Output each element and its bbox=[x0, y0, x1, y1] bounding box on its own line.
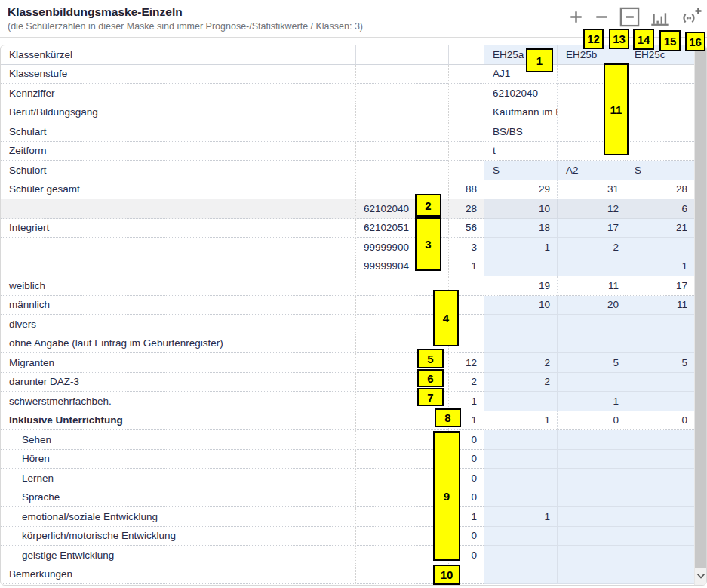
class-cell[interactable]: 29 bbox=[484, 180, 557, 200]
total-cell[interactable]: 56 bbox=[448, 219, 484, 239]
class-cell[interactable] bbox=[557, 103, 626, 123]
class-cell[interactable] bbox=[626, 315, 694, 334]
code-cell[interactable] bbox=[355, 276, 448, 296]
class-cell[interactable] bbox=[626, 65, 694, 85]
total-cell[interactable] bbox=[448, 315, 484, 334]
code-cell[interactable] bbox=[355, 565, 448, 585]
class-cell[interactable] bbox=[557, 507, 626, 527]
scrollbar-thumb[interactable] bbox=[695, 45, 706, 568]
code-cell[interactable] bbox=[355, 142, 448, 162]
class-cell[interactable] bbox=[557, 84, 626, 103]
class-cell[interactable] bbox=[484, 469, 557, 488]
class-cell[interactable]: 1 bbox=[484, 507, 557, 527]
class-cell[interactable] bbox=[626, 142, 694, 162]
code-cell[interactable] bbox=[355, 450, 448, 469]
code-cell[interactable] bbox=[355, 411, 448, 431]
code-cell[interactable]: 62102051 bbox=[355, 219, 448, 239]
class-cell[interactable]: 1 bbox=[484, 411, 557, 431]
class-cell[interactable] bbox=[484, 450, 557, 469]
total-cell[interactable] bbox=[448, 296, 484, 316]
class-cell[interactable]: 6 bbox=[626, 199, 694, 219]
total-cell[interactable]: 88 bbox=[448, 180, 484, 200]
total-cell[interactable]: 1 bbox=[448, 411, 484, 431]
total-cell[interactable]: 2 bbox=[448, 373, 484, 393]
class-cell[interactable]: 11 bbox=[557, 276, 626, 296]
class-cell[interactable] bbox=[557, 373, 626, 393]
class-cell[interactable] bbox=[557, 65, 626, 85]
class-cell[interactable] bbox=[626, 469, 694, 488]
scroll-down-button[interactable] bbox=[695, 568, 706, 585]
class-cell[interactable]: EH25a bbox=[484, 45, 557, 65]
code-cell[interactable] bbox=[355, 103, 448, 123]
class-cell[interactable] bbox=[557, 430, 626, 450]
class-cell[interactable] bbox=[484, 315, 557, 334]
class-cell[interactable] bbox=[626, 373, 694, 393]
remove-button[interactable] bbox=[592, 7, 612, 29]
class-cell[interactable]: 5 bbox=[626, 353, 694, 373]
code-cell[interactable] bbox=[355, 45, 448, 65]
class-cell[interactable] bbox=[557, 527, 626, 546]
code-cell[interactable] bbox=[355, 180, 448, 200]
class-cell[interactable]: 21 bbox=[626, 219, 694, 239]
class-cell[interactable] bbox=[626, 430, 694, 450]
class-cell[interactable] bbox=[626, 122, 694, 142]
class-cell[interactable]: S bbox=[626, 161, 694, 180]
code-cell[interactable] bbox=[355, 334, 448, 354]
class-cell[interactable] bbox=[626, 450, 694, 469]
class-cell[interactable] bbox=[626, 334, 694, 354]
code-cell[interactable] bbox=[355, 373, 448, 393]
total-cell[interactable]: 3 bbox=[448, 238, 484, 257]
code-cell[interactable] bbox=[355, 392, 448, 411]
total-cell[interactable] bbox=[448, 276, 484, 296]
code-cell[interactable] bbox=[355, 488, 448, 508]
class-cell[interactable]: 17 bbox=[626, 276, 694, 296]
class-cell[interactable] bbox=[484, 257, 557, 277]
class-cell[interactable]: 2 bbox=[484, 373, 557, 393]
class-cell[interactable] bbox=[557, 469, 626, 488]
code-cell[interactable]: 62102040 bbox=[355, 199, 448, 219]
class-cell[interactable] bbox=[484, 392, 557, 411]
class-cell[interactable]: AJ1 bbox=[484, 65, 557, 85]
class-cell[interactable]: 2 bbox=[484, 353, 557, 373]
class-cell[interactable]: 19 bbox=[484, 276, 557, 296]
class-cell[interactable] bbox=[557, 122, 626, 142]
total-cell[interactable]: 28 bbox=[448, 199, 484, 219]
total-cell[interactable] bbox=[448, 45, 484, 65]
total-cell[interactable]: 0 bbox=[448, 546, 484, 565]
code-cell[interactable] bbox=[355, 353, 448, 373]
class-cell[interactable]: 5 bbox=[557, 353, 626, 373]
total-cell[interactable]: 0 bbox=[448, 527, 484, 546]
total-cell[interactable]: 0 bbox=[448, 469, 484, 488]
total-cell[interactable] bbox=[448, 565, 484, 585]
total-cell[interactable] bbox=[448, 161, 484, 180]
class-cell[interactable] bbox=[484, 527, 557, 546]
class-cell[interactable] bbox=[626, 103, 694, 123]
total-cell[interactable] bbox=[448, 334, 484, 354]
class-cell[interactable] bbox=[557, 488, 626, 508]
total-cell[interactable]: 1 bbox=[448, 257, 484, 277]
class-cell[interactable]: 20 bbox=[557, 296, 626, 316]
code-cell[interactable] bbox=[355, 122, 448, 142]
class-cell[interactable]: EH25c bbox=[626, 45, 694, 65]
class-cell[interactable] bbox=[557, 546, 626, 565]
total-cell[interactable] bbox=[448, 84, 484, 103]
total-cell[interactable] bbox=[448, 122, 484, 142]
class-cell[interactable] bbox=[626, 507, 694, 527]
code-cell[interactable]: 99999904 bbox=[355, 257, 448, 277]
class-cell[interactable]: BS/BS bbox=[484, 122, 557, 142]
class-cell[interactable]: 10 bbox=[484, 296, 557, 316]
add-button[interactable] bbox=[566, 7, 586, 29]
class-cell[interactable]: 17 bbox=[557, 219, 626, 239]
total-cell[interactable] bbox=[448, 103, 484, 123]
class-cell[interactable]: 28 bbox=[626, 180, 694, 200]
class-cell[interactable] bbox=[484, 546, 557, 565]
class-cell[interactable]: 62102040 bbox=[484, 84, 557, 103]
class-cell[interactable]: 10 bbox=[484, 199, 557, 219]
class-cell[interactable] bbox=[626, 84, 694, 103]
class-cell[interactable] bbox=[557, 450, 626, 469]
total-cell[interactable]: 12 bbox=[448, 353, 484, 373]
code-cell[interactable] bbox=[355, 469, 448, 488]
class-cell[interactable]: t bbox=[484, 142, 557, 162]
class-cell[interactable] bbox=[484, 334, 557, 354]
class-cell[interactable] bbox=[484, 430, 557, 450]
